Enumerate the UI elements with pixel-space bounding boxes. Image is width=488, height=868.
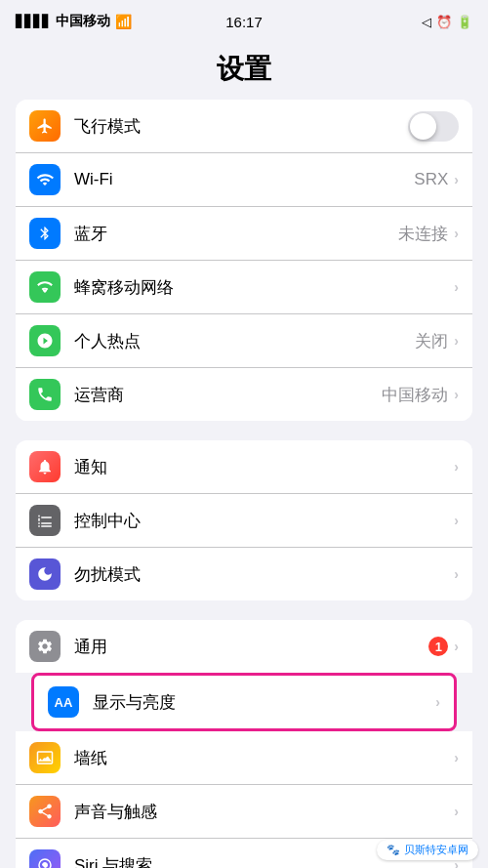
- carrier-row[interactable]: 运营商 中国移动 ›: [16, 368, 472, 421]
- general-label: 通用: [74, 636, 428, 658]
- dnd-icon: [29, 558, 61, 590]
- general-icon: [29, 631, 61, 662]
- control-center-label: 控制中心: [74, 510, 454, 532]
- notifications-chevron: ›: [454, 459, 459, 475]
- hotspot-label: 个人热点: [74, 330, 415, 352]
- cellular-label: 蜂窝移动网络: [74, 276, 454, 299]
- wifi-value: SRX: [414, 170, 448, 189]
- status-icons: ◁ ⏰ 🔋: [422, 15, 472, 29]
- general-chevron: ›: [454, 639, 459, 654]
- control-center-icon: [29, 505, 61, 536]
- hotspot-value: 关闭: [415, 330, 448, 352]
- carrier-chevron: ›: [454, 387, 459, 402]
- airplane-icon: [29, 110, 61, 142]
- location-icon: ◁: [422, 15, 431, 29]
- cellular-icon: [29, 271, 61, 303]
- watermark-icon: 🐾: [386, 844, 400, 856]
- wallpaper-chevron: ›: [454, 750, 459, 765]
- hotspot-row[interactable]: 个人热点 关闭 ›: [16, 314, 472, 368]
- wifi-status-icon: 📶: [115, 14, 132, 29]
- dnd-row[interactable]: 勿扰模式 ›: [16, 548, 472, 600]
- display-brightness-label: 显示与亮度: [93, 691, 435, 714]
- general-settings-group: 通用 1 ›: [16, 620, 472, 673]
- sounds-row[interactable]: 声音与触感 ›: [16, 785, 472, 839]
- wifi-chevron: ›: [454, 172, 459, 187]
- wallpaper-label: 墙纸: [74, 747, 454, 769]
- control-center-chevron: ›: [454, 513, 459, 528]
- carrier-value: 中国移动: [382, 384, 448, 406]
- sounds-chevron: ›: [454, 804, 459, 819]
- display-brightness-chevron: ›: [435, 694, 440, 710]
- page-title: 设置: [0, 43, 488, 100]
- bluetooth-chevron: ›: [454, 226, 459, 241]
- bluetooth-value: 未连接: [398, 223, 448, 245]
- wallpaper-icon: [29, 742, 61, 773]
- notifications-icon: [29, 451, 61, 482]
- control-center-row[interactable]: 控制中心 ›: [16, 494, 472, 548]
- status-bar: ▋▋▋▋ 中国移动 📶 16:17 ◁ ⏰ 🔋: [0, 0, 488, 43]
- siri-icon: [29, 849, 61, 868]
- wallpaper-row[interactable]: 墙纸 ›: [16, 731, 472, 785]
- notifications-row[interactable]: 通知 ›: [16, 440, 472, 494]
- watermark: 🐾 贝斯特安卓网: [377, 840, 478, 860]
- airplane-mode-label: 飞行模式: [74, 115, 408, 138]
- general-badge: 1: [428, 637, 448, 656]
- status-carrier: ▋▋▋▋ 中国移动 📶: [16, 13, 132, 30]
- signal-icon: ▋▋▋▋: [16, 15, 51, 28]
- wifi-icon: [29, 164, 61, 195]
- sounds-label: 声音与触感: [74, 801, 454, 823]
- notifications-label: 通知: [74, 456, 454, 478]
- wifi-row[interactable]: Wi-Fi SRX ›: [16, 153, 472, 207]
- toggle-knob: [410, 113, 436, 140]
- dnd-chevron: ›: [454, 566, 459, 582]
- bluetooth-row[interactable]: 蓝牙 未连接 ›: [16, 207, 472, 261]
- carrier-icon: [29, 379, 61, 410]
- general-row[interactable]: 通用 1 ›: [16, 620, 472, 673]
- status-time: 16:17: [225, 14, 263, 30]
- hotspot-chevron: ›: [454, 333, 459, 349]
- dnd-label: 勿扰模式: [74, 563, 454, 586]
- cellular-row[interactable]: 蜂窝移动网络 ›: [16, 261, 472, 314]
- cellular-chevron: ›: [454, 279, 459, 295]
- battery-icon: 🔋: [457, 15, 472, 29]
- notifications-settings-group: 通知 › 控制中心 › 勿扰模式 ›: [16, 440, 472, 600]
- hotspot-icon: [29, 325, 61, 356]
- airplane-mode-row[interactable]: 飞行模式: [16, 100, 472, 153]
- display-brightness-row[interactable]: AA 显示与亮度 ›: [31, 673, 457, 731]
- alarm-icon: ⏰: [436, 15, 452, 29]
- network-settings-group: 飞行模式 Wi-Fi SRX › 蓝牙 未连接 › 蜂窝移动网络 › 个人热点: [16, 100, 472, 421]
- bluetooth-label: 蓝牙: [74, 223, 398, 245]
- display-brightness-icon: AA: [48, 686, 79, 718]
- watermark-text: 贝斯特安卓网: [404, 843, 468, 857]
- wifi-label: Wi-Fi: [74, 170, 414, 189]
- carrier-label: 运营商: [74, 384, 382, 406]
- sounds-icon: [29, 796, 61, 827]
- airplane-mode-toggle[interactable]: [408, 111, 459, 142]
- display-brightness-highlight-container: AA 显示与亮度 ›: [16, 673, 472, 731]
- carrier-text: 中国移动: [56, 13, 110, 30]
- bluetooth-icon: [29, 218, 61, 249]
